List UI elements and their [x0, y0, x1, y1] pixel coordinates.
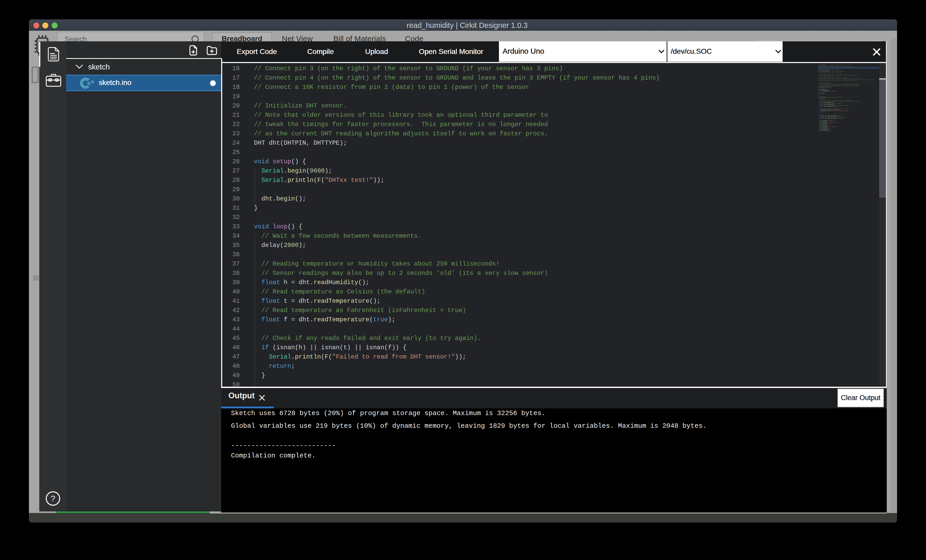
svg-text:?: ?: [51, 494, 55, 503]
